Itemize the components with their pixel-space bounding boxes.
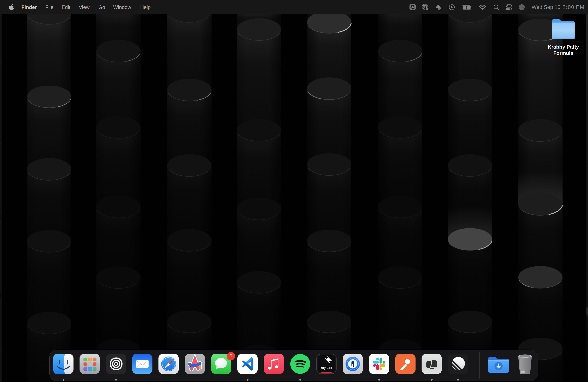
svg-text:raycast: raycast	[321, 366, 332, 370]
